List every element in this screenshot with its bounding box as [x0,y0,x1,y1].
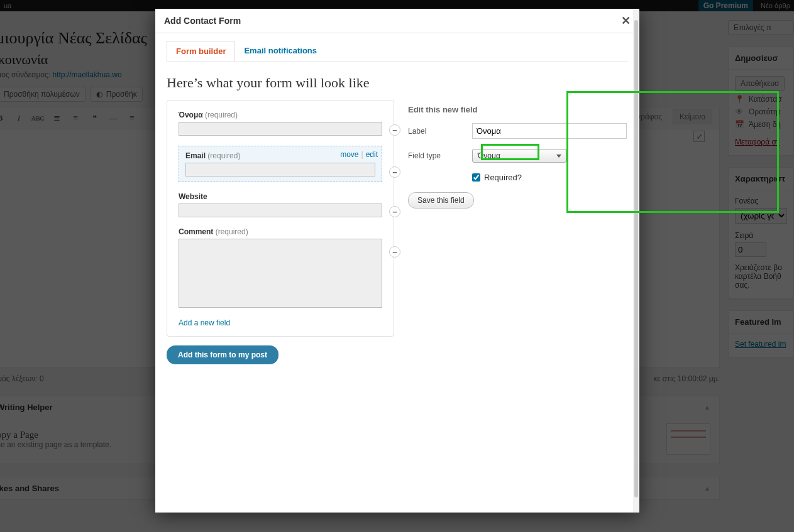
close-icon[interactable]: ✕ [621,15,631,26]
add-form-button[interactable]: Add this form to my post [167,345,278,364]
field-required: (required) [207,151,240,160]
form-preview: − − − − Όνομα (required) move|edit Email… [167,100,394,337]
field-required: (required) [216,227,248,236]
preview-field-email[interactable]: move|edit Email (required) [179,146,382,182]
required-checkbox[interactable] [472,173,480,182]
field-textarea [179,239,382,308]
field-input [185,163,375,176]
label-input[interactable] [472,123,627,139]
field-type-select[interactable]: Όνομα [472,149,566,163]
modal-scrollbar[interactable] [633,9,639,513]
save-field-button[interactable]: Save this field [408,192,474,209]
type-label: Field type [408,151,472,160]
edit-field-link[interactable]: edit [366,150,378,159]
add-new-field-link[interactable]: Add a new field [179,318,230,327]
field-label: Website [179,192,207,201]
tab-form-builder[interactable]: Form builder [167,41,235,62]
field-label: Comment [179,227,213,236]
tab-email-notifications[interactable]: Email notifications [235,41,326,62]
edit-field-panel: Edit this new field Label Field type Όνο… [407,100,628,212]
preview-heading: Here’s what your form will look like [167,75,628,91]
remove-field-icon[interactable]: − [389,206,400,217]
required-label: Required? [484,173,522,182]
contact-form-modal: Add Contact Form ✕ Form builder Email no… [155,9,639,513]
field-required: (required) [205,111,238,119]
label-label: Label [408,127,472,136]
preview-field-comment[interactable]: Comment (required) [179,227,382,308]
edit-panel-title: Edit this new field [408,105,627,114]
remove-field-icon[interactable]: − [389,124,400,136]
field-label: Email [185,151,206,160]
preview-field-website[interactable]: Website [179,192,382,217]
modal-title: Add Contact Form [164,16,241,26]
remove-field-icon[interactable]: − [389,246,400,258]
remove-field-icon[interactable]: − [389,166,400,178]
preview-field-name[interactable]: Όνομα (required) [179,111,382,136]
field-label: Όνομα [179,111,203,119]
field-input [179,122,382,136]
field-input [179,204,382,217]
move-field-link[interactable]: move [340,150,358,159]
